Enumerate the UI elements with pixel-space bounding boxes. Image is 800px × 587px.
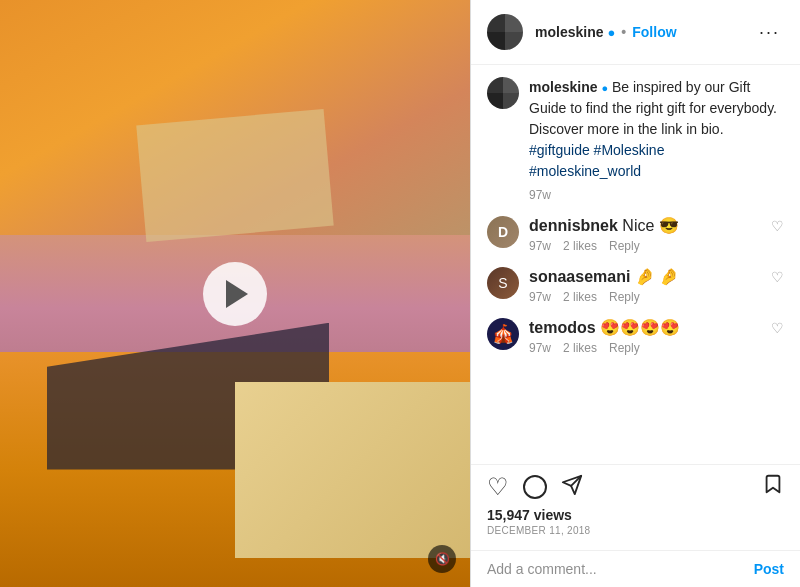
comment-reply-temodos[interactable]: Reply	[609, 341, 640, 355]
like-icon[interactable]: ♡	[487, 475, 509, 499]
comment-meta-temodos: 97w 2 likes Reply	[529, 341, 771, 355]
add-comment-bar: Post	[471, 550, 800, 587]
caption-hashtags: #giftguide #Moleskine#moleskine_world	[529, 142, 664, 179]
comment-time-sona: 97w	[529, 290, 551, 304]
comment-avatar-dennis: D	[487, 216, 519, 248]
views-count: 15,947 views	[487, 507, 784, 523]
post-date: DECEMBER 11, 2018	[487, 525, 784, 536]
caption-row: moleskine ● Be inspired by our Gift Guid…	[487, 77, 784, 204]
follow-button[interactable]: Follow	[632, 24, 676, 40]
caption-avatar	[487, 77, 519, 109]
header-user-info: moleskine ● • Follow	[535, 24, 755, 40]
verified-badge: ●	[607, 25, 615, 40]
caption-content: moleskine ● Be inspired by our Gift Guid…	[529, 77, 784, 204]
comment-text-sona: 🤌 🤌	[635, 268, 679, 285]
comment-likes-sona[interactable]: 2 likes	[563, 290, 597, 304]
comment-username-dennis[interactable]: dennisbnek	[529, 217, 618, 234]
actions-bar: ♡ 15,947 views DECEMBER 11, 2018	[471, 464, 800, 550]
save-icon[interactable]	[762, 473, 784, 501]
right-panel: moleskine ● • Follow ··· moleskine ●	[470, 0, 800, 587]
share-icon[interactable]	[561, 474, 583, 500]
comment-meta-dennis: 97w 2 likes Reply	[529, 239, 771, 253]
play-button[interactable]	[203, 262, 267, 326]
play-icon	[226, 280, 248, 308]
dot-separator: •	[621, 24, 626, 40]
comment-row: S sonaasemani 🤌 🤌 97w 2 likes Reply ♡	[487, 267, 784, 304]
header-username-text[interactable]: moleskine	[535, 24, 603, 40]
video-panel: 🔇	[0, 0, 470, 587]
comment-content-dennis: dennisbnek Nice 😎 97w 2 likes Reply	[529, 216, 771, 253]
comment-time-dennis: 97w	[529, 239, 551, 253]
comment-likes-dennis[interactable]: 2 likes	[563, 239, 597, 253]
comment-row: D dennisbnek Nice 😎 97w 2 likes Reply ♡	[487, 216, 784, 253]
comment-input[interactable]	[487, 561, 754, 577]
more-options-button[interactable]: ···	[755, 22, 784, 43]
caption-meta: 97w	[529, 186, 784, 204]
comment-avatar-sona: S	[487, 267, 519, 299]
caption-username[interactable]: moleskine	[529, 79, 597, 95]
comment-username-temodos[interactable]: temodos	[529, 319, 596, 336]
comment-avatar-temodos: 🎪	[487, 318, 519, 350]
comment-like-dennis[interactable]: ♡	[771, 216, 784, 234]
comment-reply-dennis[interactable]: Reply	[609, 239, 640, 253]
comment-row: 🎪 temodos 😍😍😍😍 97w 2 likes Reply ♡	[487, 318, 784, 355]
comment-content-sona: sonaasemani 🤌 🤌 97w 2 likes Reply	[529, 267, 771, 304]
comment-meta-sona: 97w 2 likes Reply	[529, 290, 771, 304]
comment-reply-sona[interactable]: Reply	[609, 290, 640, 304]
avatar	[487, 14, 523, 50]
post-comment-button[interactable]: Post	[754, 561, 784, 577]
post-header: moleskine ● • Follow ···	[471, 0, 800, 65]
mute-button[interactable]: 🔇	[428, 545, 456, 573]
comment-likes-temodos[interactable]: 2 likes	[563, 341, 597, 355]
comment-text-dennis: Nice 😎	[622, 217, 678, 234]
header-username-row: moleskine ● • Follow	[535, 24, 755, 40]
comment-time-temodos: 97w	[529, 341, 551, 355]
comment-like-sona[interactable]: ♡	[771, 267, 784, 285]
comment-username-sona[interactable]: sonaasemani	[529, 268, 630, 285]
caption-verified: ●	[601, 82, 608, 94]
action-icons-row: ♡	[487, 473, 784, 501]
comment-icon[interactable]	[523, 475, 547, 499]
caption-time: 97w	[529, 186, 551, 204]
comment-like-temodos[interactable]: ♡	[771, 318, 784, 336]
comments-section: moleskine ● Be inspired by our Gift Guid…	[471, 65, 800, 464]
comment-content-temodos: temodos 😍😍😍😍 97w 2 likes Reply	[529, 318, 771, 355]
comment-text-temodos: 😍😍😍😍	[600, 319, 680, 336]
mute-icon: 🔇	[435, 552, 450, 566]
